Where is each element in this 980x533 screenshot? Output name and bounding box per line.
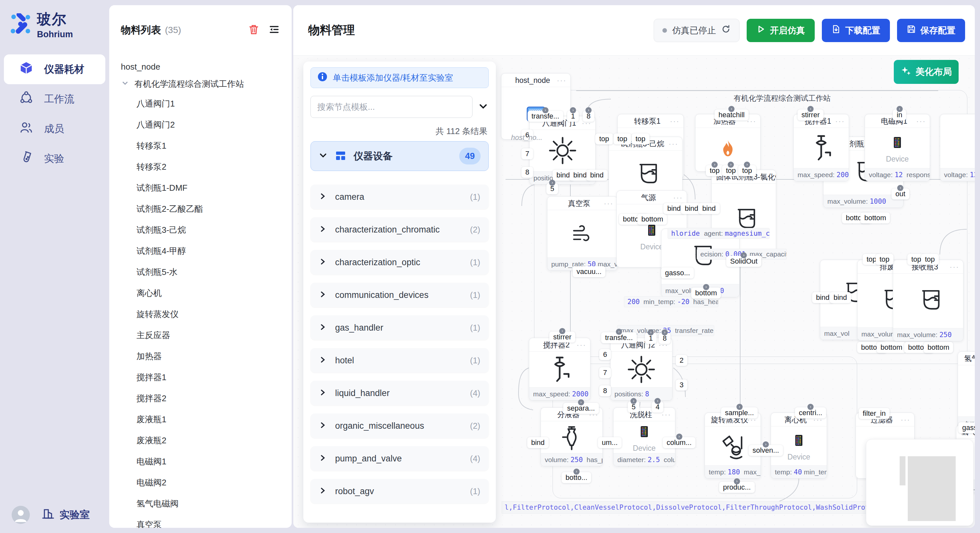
port-handle[interactable]: › <box>808 106 814 112</box>
canvas-node[interactable]: 搅拌器2···max_speed: 2000 <box>529 338 590 401</box>
beautify-layout-button[interactable]: 美化布局 <box>894 60 959 84</box>
t-root[interactable]: host_node <box>109 59 292 75</box>
node-menu-icon[interactable]: ··· <box>916 114 926 128</box>
tree-item[interactable]: 电磁阀1 <box>109 451 292 472</box>
port-handle[interactable]: › <box>655 398 661 404</box>
port-handle[interactable]: › <box>897 185 904 191</box>
tree-item[interactable]: 八通阀门1 <box>109 93 292 114</box>
tree-item[interactable]: 搅拌器1 <box>109 367 292 388</box>
port-handle[interactable]: › <box>631 398 637 404</box>
template-item-robot-agv[interactable]: robot_agv(1) <box>310 479 489 503</box>
category-instruments[interactable]: 仪器设备 49 <box>310 141 489 171</box>
node-menu-icon[interactable]: ··· <box>604 197 614 210</box>
refresh-icon[interactable] <box>721 24 731 36</box>
canvas-node[interactable]: 氢气气源···_type: hydrogen <box>958 351 975 430</box>
canvas-node[interactable]: 八通阀门2···positions: 8 <box>610 338 673 401</box>
chevron-down-icon[interactable] <box>478 101 489 113</box>
trash-icon[interactable] <box>248 24 259 36</box>
port-handle[interactable]: › <box>744 162 750 168</box>
sidebar-item-workflow[interactable]: 工作流 <box>4 84 105 114</box>
port-handle[interactable]: › <box>585 107 592 113</box>
tree-item[interactable]: 电磁阀2 <box>109 472 292 493</box>
port-handle[interactable]: › <box>662 329 668 335</box>
canvas-node[interactable]: 真空泵···pump_rate: 50 max_vacuum: 0.1 <box>547 196 618 271</box>
port-handle[interactable]: › <box>573 468 579 475</box>
chevron-down-icon[interactable] <box>121 79 129 89</box>
port-handle[interactable]: › <box>728 162 734 168</box>
tree-item[interactable]: 转移泵2 <box>109 156 292 178</box>
minimap[interactable] <box>866 439 974 526</box>
port-handle[interactable]: › <box>616 329 622 335</box>
sidebar-item-members[interactable]: 成员 <box>4 114 105 144</box>
port-handle[interactable]: › <box>896 106 902 112</box>
tree-item[interactable]: 八通阀门2 <box>109 114 292 135</box>
canvas-node[interactable]: 电磁阀1···Devicevoltage: 12 response_time: … <box>865 114 930 181</box>
port-label: centri...› <box>795 408 826 418</box>
template-item-hotel[interactable]: hotel(1) <box>310 348 489 373</box>
sidebar-item-instruments[interactable]: 仪器耗材 <box>4 54 105 84</box>
tree-item[interactable]: 氢气电磁阀 <box>109 493 292 514</box>
node-menu-icon[interactable]: ··· <box>557 73 566 87</box>
port-handle[interactable]: › <box>570 107 576 113</box>
start-simulation-button[interactable]: 开启仿真 <box>747 19 815 42</box>
category-count-badge: 49 <box>459 148 480 165</box>
port-handle[interactable]: › <box>736 404 743 410</box>
tree-item[interactable]: 真空泵 <box>109 514 292 528</box>
port-handle[interactable]: › <box>559 328 565 334</box>
tree-item[interactable]: 试剂瓶2-乙酸乙酯 <box>109 198 292 219</box>
template-item-characterization-chromatic[interactable]: characterization_chromatic(2) <box>310 217 489 242</box>
collapse-panel-icon[interactable] <box>268 24 280 36</box>
node-menu-icon[interactable]: ··· <box>835 114 845 128</box>
lab-entry[interactable]: 实验室 <box>41 507 90 523</box>
canvas-node[interactable]: 接收瓶3···max_volume: 250 <box>893 260 964 341</box>
tree-item[interactable]: 试剂瓶1-DMF <box>109 178 292 198</box>
canvas-node[interactable]: 洗脱柱···Devicediameter: 2.5 column_type: s… <box>613 408 675 466</box>
canvas-node[interactable]: 分液器···volume: 250 has_phases: true <box>541 408 603 466</box>
node-menu-icon[interactable]: ··· <box>950 260 959 274</box>
template-item-gas-handler[interactable]: gas_handler(1) <box>310 316 489 340</box>
node-menu-icon[interactable]: ··· <box>673 191 683 204</box>
tree-item[interactable]: 加热器 <box>109 346 292 367</box>
port-handle[interactable]: › <box>808 404 814 410</box>
canvas-node[interactable]: 搅拌器1···max_speed: 2000 <box>793 114 849 181</box>
port-handle[interactable]: › <box>676 434 682 440</box>
tree-group-row[interactable]: 有机化学流程综合测试工作站 <box>109 75 292 93</box>
port-handle[interactable]: › <box>734 478 740 484</box>
node-menu-icon[interactable]: ··· <box>762 170 772 184</box>
port-label: produc...› <box>719 482 755 493</box>
tree-item[interactable]: 试剂瓶3-己烷 <box>109 219 292 241</box>
tree-item[interactable]: 试剂瓶4-甲醇 <box>109 241 292 262</box>
node-menu-icon[interactable]: ··· <box>576 338 586 352</box>
port-handle[interactable]: › <box>542 107 548 113</box>
port-handle[interactable]: › <box>578 399 584 405</box>
port-handle[interactable]: › <box>729 106 735 112</box>
node-menu-icon[interactable]: ··· <box>668 137 678 151</box>
tree-item[interactable]: 转移泵1 <box>109 135 292 156</box>
port-handle[interactable]: › <box>762 441 769 447</box>
avatar[interactable] <box>12 506 30 524</box>
template-item-organic-miscellaneous[interactable]: organic_miscellaneous(2) <box>310 414 489 438</box>
download-config-button[interactable]: 下载配置 <box>822 19 890 42</box>
template-item-camera[interactable]: camera(1) <box>310 185 489 209</box>
port-handle[interactable]: › <box>648 329 654 335</box>
port-handle[interactable]: › <box>712 162 718 168</box>
tree-item[interactable]: 试剂瓶5-水 <box>109 262 292 283</box>
tree-item[interactable]: 废液瓶1 <box>109 409 292 430</box>
tree-item[interactable]: 离心机 <box>109 283 292 304</box>
template-item-pump-and-valve[interactable]: pump_and_valve(4) <box>310 446 489 471</box>
node-menu-icon[interactable]: ··· <box>670 114 679 128</box>
save-config-button[interactable]: 保存配置 <box>897 19 965 42</box>
tree-item[interactable]: 旋转蒸发仪 <box>109 304 292 325</box>
search-input[interactable] <box>310 96 473 118</box>
template-item-liquid-handler[interactable]: liquid_handler(4) <box>310 381 489 405</box>
sidebar-item-experiments[interactable]: 实验 <box>4 144 105 174</box>
tree-item[interactable]: 搅拌器2 <box>109 388 292 409</box>
node-menu-icon[interactable]: ··· <box>900 413 910 427</box>
template-item-characterization-optic[interactable]: characterization_optic(1) <box>310 250 489 274</box>
canvas-node[interactable]: voltage: 12 <box>940 114 975 181</box>
tree-item[interactable]: 主反应器 <box>109 325 292 346</box>
port-handle[interactable]: › <box>741 252 747 259</box>
tree-item[interactable]: 废液瓶2 <box>109 430 292 451</box>
port-handle[interactable]: › <box>703 284 709 290</box>
template-item-communication-devices[interactable]: communication_devices(1) <box>310 283 489 307</box>
